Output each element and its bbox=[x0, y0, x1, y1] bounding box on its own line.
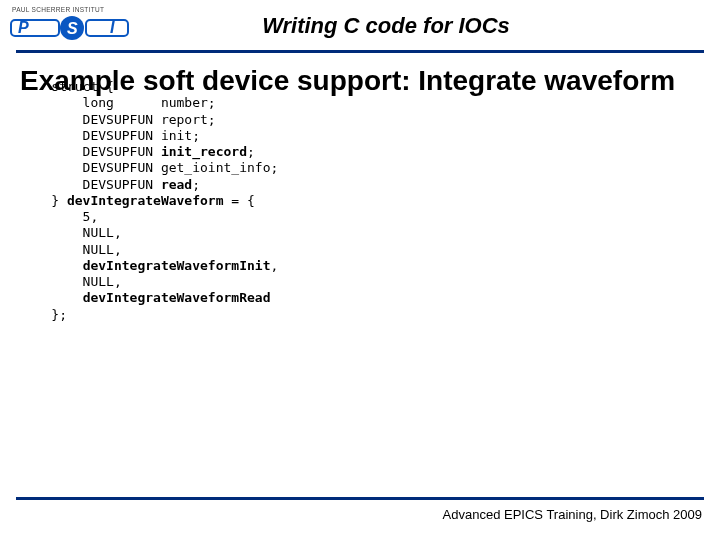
code-line: DEVSUPFUN get_ioint_info; bbox=[20, 160, 700, 176]
code-line: devIntegrateWaveformRead bbox=[20, 290, 700, 306]
logo-mark: P S I bbox=[10, 14, 130, 40]
footer-text: Advanced EPICS Training, Dirk Zimoch 200… bbox=[443, 507, 702, 522]
header-title: Writing C code for IOCs bbox=[148, 13, 704, 39]
slide-title: Example soft device support: Integrate w… bbox=[20, 65, 700, 97]
code-line: } devIntegrateWaveform = { bbox=[20, 193, 700, 209]
code-line: long number; bbox=[20, 95, 700, 111]
code-line: NULL, bbox=[20, 242, 700, 258]
code-line: DEVSUPFUN read; bbox=[20, 177, 700, 193]
content: Example soft device support: Integrate w… bbox=[0, 53, 720, 323]
code-line: DEVSUPFUN init; bbox=[20, 128, 700, 144]
footer-divider bbox=[16, 497, 704, 500]
code-line: NULL, bbox=[20, 225, 700, 241]
code-line: DEVSUPFUN report; bbox=[20, 112, 700, 128]
code-line: DEVSUPFUN init_record; bbox=[20, 144, 700, 160]
code-block: struct { long number; DEVSUPFUN report; … bbox=[20, 79, 700, 323]
code-line: NULL, bbox=[20, 274, 700, 290]
svg-text:S: S bbox=[67, 20, 78, 37]
code-line: }; bbox=[20, 307, 700, 323]
svg-rect-2 bbox=[86, 20, 128, 36]
code-line: devIntegrateWaveformInit, bbox=[20, 258, 700, 274]
code-line: 5, bbox=[20, 209, 700, 225]
psi-logo: PAUL SCHERRER INSTITUT P S I bbox=[10, 6, 130, 46]
logo-institute-text: PAUL SCHERRER INSTITUT bbox=[10, 6, 130, 13]
svg-text:P: P bbox=[18, 19, 29, 36]
svg-text:I: I bbox=[110, 19, 115, 36]
header: PAUL SCHERRER INSTITUT P S I Writing C c… bbox=[0, 0, 720, 48]
